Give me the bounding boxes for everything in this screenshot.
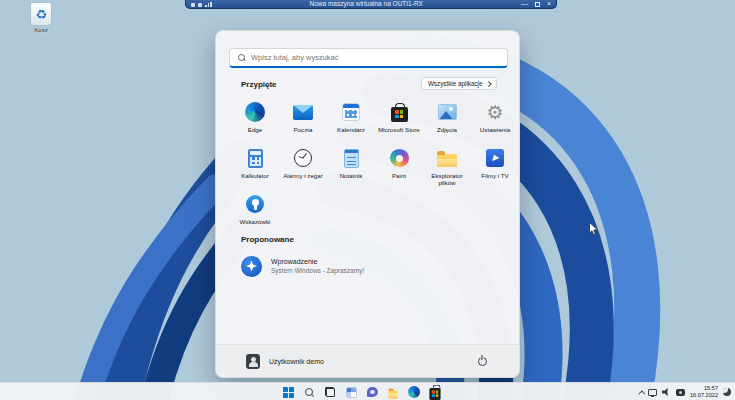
folder-icon: [436, 147, 458, 169]
restore-button[interactable]: [535, 2, 540, 7]
app-label: Zdjęcia: [423, 126, 471, 133]
chevron-right-icon: [486, 81, 491, 86]
start-menu-footer: Użytkownik demo: [216, 344, 519, 377]
microsoft-store-icon: [388, 101, 410, 123]
app-label: Edge: [231, 126, 279, 133]
mouse-cursor: [589, 222, 599, 236]
pinned-app-paint[interactable]: Paint: [375, 145, 423, 190]
search-input[interactable]: [251, 53, 499, 62]
all-apps-button[interactable]: Wszystkie aplikacje: [421, 77, 497, 90]
search-icon: [238, 54, 245, 61]
desktop: Nowa maszyna wirtualna na OUTI1-RX — × ♻…: [0, 0, 735, 400]
widgets-button[interactable]: [344, 385, 358, 399]
pinned-app-edge[interactable]: Edge: [231, 99, 279, 144]
taskbar-center-icons: [281, 383, 442, 400]
store-taskbar-button[interactable]: [429, 386, 440, 397]
power-button[interactable]: [475, 354, 489, 368]
folder-icon: [389, 390, 398, 398]
system-tray: 15:57 16.07.2022: [638, 383, 731, 400]
taskbar-search-button[interactable]: [302, 385, 316, 399]
vm-toolbar-icons[interactable]: [191, 2, 212, 7]
notepad-icon: [340, 147, 362, 169]
pinned-app-calculator[interactable]: Kalkulator: [231, 145, 279, 190]
privacy-camera-icon[interactable]: [676, 389, 685, 396]
recommended-item-title: Wprowadzenie: [271, 258, 364, 265]
volume-icon[interactable]: [662, 388, 671, 397]
search-icon: [304, 387, 314, 397]
microsoft-store-icon: [429, 388, 440, 400]
hidden-icons-chevron[interactable]: [638, 390, 645, 397]
calculator-icon: [244, 147, 266, 169]
app-label: Microsoft Store: [375, 126, 423, 133]
pin-icon[interactable]: [191, 3, 195, 7]
photos-icon: [436, 101, 458, 123]
app-label: Poczta: [279, 126, 327, 133]
power-icon: [478, 357, 487, 366]
user-name: Użytkownik demo: [269, 358, 324, 365]
pinned-app-store[interactable]: Microsoft Store: [375, 99, 423, 144]
edge-icon: [408, 386, 420, 398]
app-label: Paint: [375, 172, 423, 179]
minimize-button[interactable]: —: [521, 0, 528, 8]
clock-icon: [292, 147, 314, 169]
app-label: Wskazówki: [231, 218, 279, 225]
paint-palette-icon: [388, 147, 410, 169]
pinned-app-tips[interactable]: Wskazówki: [231, 191, 279, 236]
calendar-icon: [340, 101, 362, 123]
app-label: Ustawienia: [471, 126, 519, 133]
pinned-app-file-explorer[interactable]: Eksplorator plików: [423, 145, 471, 190]
pinned-app-movies-tv[interactable]: ▶ Filmy i TV: [471, 145, 519, 190]
vm-window-title: Nowa maszyna wirtualna na OUTI1-RX: [212, 0, 521, 8]
tray-time: 15:57: [690, 385, 718, 392]
edge-icon: [244, 101, 266, 123]
pinned-section-header: Przypięte: [241, 80, 277, 89]
app-label: Filmy i TV: [471, 172, 519, 179]
recycle-bin-shortcut[interactable]: ♻ Kosz: [22, 3, 60, 33]
app-label: Notatnik: [327, 172, 375, 179]
start-button[interactable]: [281, 385, 295, 399]
edge-taskbar-button[interactable]: [407, 385, 421, 399]
vm-connection-bar[interactable]: Nowa maszyna wirtualna na OUTI1-RX — ×: [185, 0, 557, 9]
recycle-bin-icon: ♻: [31, 3, 51, 25]
app-label: Kalkulator: [231, 172, 279, 179]
all-apps-label: Wszystkie aplikacje: [428, 80, 483, 87]
user-profile-button[interactable]: Użytkownik demo: [246, 354, 324, 369]
pinned-app-notepad[interactable]: Notatnik: [327, 145, 375, 190]
app-label: Kalendarz: [327, 126, 375, 133]
pinned-app-photos[interactable]: Zdjęcia: [423, 99, 471, 144]
windows-logo-icon: [283, 387, 294, 398]
movies-tv-icon: ▶: [484, 147, 506, 169]
settings-gear-icon: ⚙: [484, 101, 506, 123]
pinned-app-calendar[interactable]: Kalendarz: [327, 99, 375, 144]
taskbar: 15:57 16.07.2022: [0, 382, 735, 400]
pinned-app-mail[interactable]: Poczta: [279, 99, 327, 144]
focus-assist-icon[interactable]: [723, 388, 731, 396]
app-label: Alarmy i zegar: [279, 172, 327, 179]
tray-date: 16.07.2022: [690, 392, 718, 399]
monitor-icon[interactable]: [198, 3, 202, 7]
chat-bubble-icon: [367, 387, 378, 397]
recommended-section-header: Proponowane: [241, 235, 294, 244]
file-explorer-button[interactable]: [386, 385, 400, 399]
task-view-icon: [325, 387, 335, 397]
start-search-box[interactable]: [229, 48, 508, 68]
clock-date[interactable]: 15:57 16.07.2022: [690, 385, 718, 398]
tips-bulb-icon: [244, 193, 266, 215]
chat-button[interactable]: [365, 385, 379, 399]
pinned-apps-grid: Edge Poczta Kalendarz Microsoft Store Zd…: [231, 99, 503, 236]
user-avatar: [246, 354, 260, 369]
get-started-icon: [241, 256, 262, 277]
app-label: Eksplorator plików: [423, 172, 471, 187]
pinned-app-alarms[interactable]: Alarmy i zegar: [279, 145, 327, 190]
pinned-app-settings[interactable]: ⚙ Ustawienia: [471, 99, 519, 144]
close-button[interactable]: ×: [547, 0, 551, 8]
network-display-icon[interactable]: [648, 389, 657, 396]
mail-icon: [292, 101, 314, 123]
start-menu: Przypięte Wszystkie aplikacje Edge Poczt…: [215, 30, 520, 378]
widgets-icon: [346, 387, 357, 398]
recycle-bin-label: Kosz: [22, 27, 60, 33]
recommended-item-subtitle: System Windows - Zapraszamy!: [271, 267, 364, 274]
task-view-button[interactable]: [323, 385, 337, 399]
recommended-item-get-started[interactable]: Wprowadzenie System Windows - Zapraszamy…: [241, 253, 496, 279]
